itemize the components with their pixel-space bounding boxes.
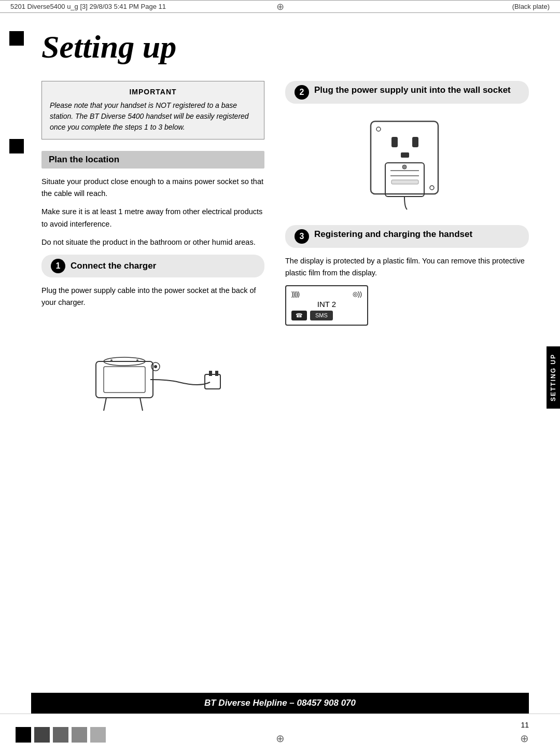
svg-point-21 bbox=[402, 165, 407, 169]
handset-green-button: ☎ bbox=[291, 311, 307, 320]
svg-rect-24 bbox=[34, 727, 50, 743]
charger-svg bbox=[65, 315, 241, 418]
svg-rect-6 bbox=[215, 371, 218, 376]
bottom-crosshair-icon: ⊕ bbox=[276, 732, 285, 745]
bottom-section: ⊕ ⊕ bbox=[0, 714, 560, 755]
step1-label: Connect the charger bbox=[71, 261, 156, 271]
charger-illustration bbox=[41, 315, 264, 418]
top-bar-right: (Black plate) bbox=[512, 3, 550, 10]
bottom-crosshair-right-icon: ⊕ bbox=[520, 732, 529, 745]
step3-para: The display is protected by a plastic fi… bbox=[285, 255, 529, 279]
helpline-bar: BT Diverse Helpline – 08457 908 070 bbox=[31, 693, 529, 714]
plan-para-1: Situate your product close enough to a m… bbox=[41, 176, 264, 200]
socket-svg bbox=[355, 111, 459, 220]
svg-rect-5 bbox=[209, 371, 212, 376]
handset-antenna: ◎)) bbox=[353, 290, 362, 298]
important-text: Please note that your handset is NOT reg… bbox=[50, 100, 256, 133]
plan-para-3: Do not situate the product in the bathro… bbox=[41, 236, 264, 248]
handset-display: ))))) ◎)) INT 2 ☎ SMS bbox=[285, 285, 368, 326]
top-bar-left: 5201 Diverse5400 u_g [3] 29/8/03 5:41 PM… bbox=[10, 3, 166, 10]
svg-rect-27 bbox=[90, 727, 106, 743]
handset-signal: ))))) bbox=[291, 290, 299, 298]
svg-rect-25 bbox=[53, 727, 68, 743]
step2-label: Plug the power supply unit into the wall… bbox=[314, 85, 511, 95]
svg-point-10 bbox=[110, 359, 113, 361]
col-left: IMPORTANT Please note that your handset … bbox=[41, 81, 264, 424]
step3-label: Registering and charging the handset bbox=[314, 229, 472, 240]
top-bar: 5201 Diverse5400 u_g [3] 29/8/03 5:41 PM… bbox=[0, 0, 560, 13]
step3-number: 3 bbox=[295, 229, 309, 244]
step3-box: 3 Registering and charging the handset bbox=[285, 225, 529, 248]
svg-point-8 bbox=[154, 365, 157, 368]
svg-line-3 bbox=[140, 398, 143, 411]
socket-illustration bbox=[285, 111, 529, 220]
svg-rect-23 bbox=[16, 727, 31, 743]
handset-sms-button: SMS bbox=[310, 311, 333, 320]
bottom-squares-svg bbox=[16, 724, 119, 745]
helpline-text: BT Diverse Helpline – 08457 908 070 bbox=[204, 698, 356, 708]
important-title: IMPORTANT bbox=[50, 88, 256, 96]
svg-rect-15 bbox=[401, 152, 409, 158]
svg-point-11 bbox=[136, 359, 138, 361]
svg-line-2 bbox=[104, 398, 106, 411]
plan-location-heading: Plan the location bbox=[41, 151, 264, 169]
step2-number: 2 bbox=[295, 85, 309, 100]
page-content: Setting up IMPORTANT Please note that yo… bbox=[0, 13, 560, 439]
step2-box: 2 Plug the power supply unit into the wa… bbox=[285, 81, 529, 104]
svg-rect-4 bbox=[205, 374, 220, 389]
svg-rect-1 bbox=[104, 367, 145, 393]
plan-para-2: Make sure it is at least 1 metre away fr… bbox=[41, 206, 264, 230]
svg-rect-22 bbox=[391, 180, 418, 184]
top-crosshair-icon: ⊕ bbox=[276, 1, 284, 12]
svg-rect-26 bbox=[72, 727, 87, 743]
col-right: 2 Plug the power supply unit into the wa… bbox=[285, 81, 529, 424]
handset-int-label: INT 2 bbox=[291, 300, 362, 309]
step1-box: 1 Connect the charger bbox=[41, 255, 264, 277]
svg-point-16 bbox=[376, 127, 381, 131]
important-box: IMPORTANT Please note that your handset … bbox=[41, 81, 264, 139]
page-title: Setting up bbox=[41, 29, 529, 65]
step1-number: 1 bbox=[51, 259, 65, 273]
handset-top-row: ))))) ◎)) bbox=[291, 290, 362, 298]
svg-rect-14 bbox=[412, 137, 418, 147]
two-col-layout: IMPORTANT Please note that your handset … bbox=[41, 81, 529, 424]
sidebar-tab: SETTING UP bbox=[547, 346, 560, 409]
handset-buttons: ☎ SMS bbox=[291, 311, 362, 320]
svg-point-17 bbox=[430, 186, 434, 190]
svg-rect-13 bbox=[391, 137, 398, 147]
step1-para: Plug the power supply cable into the pow… bbox=[41, 285, 264, 309]
